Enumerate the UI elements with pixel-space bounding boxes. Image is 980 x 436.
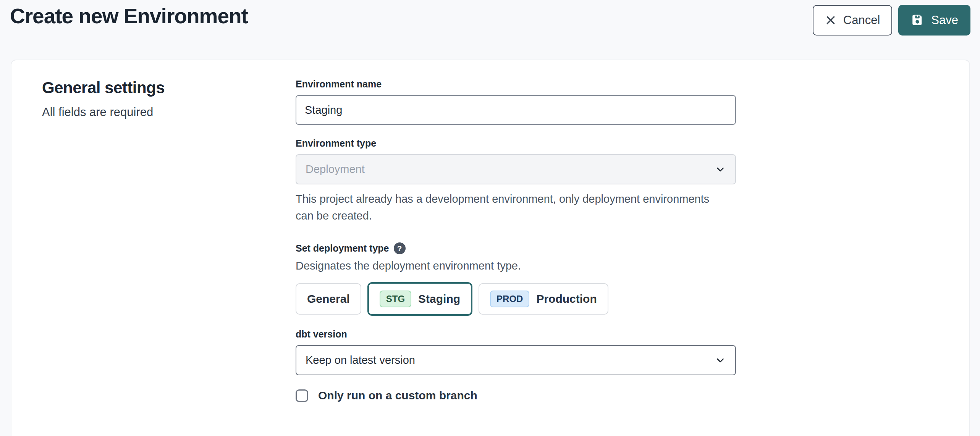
chevron-down-icon — [715, 355, 726, 366]
prod-badge: PROD — [490, 291, 529, 307]
dbt-version-value: Keep on latest version — [306, 354, 415, 367]
settings-form: Environment name Environment type Deploy… — [296, 79, 736, 402]
section-intro: General settings All fields are required — [42, 79, 296, 402]
header-actions: Cancel Save — [813, 5, 970, 36]
page-title: Create new Environment — [10, 4, 248, 28]
stg-badge: STG — [380, 291, 411, 307]
create-environment-page: Create new Environment Cancel Save Gener… — [0, 0, 980, 436]
chevron-down-icon — [715, 164, 726, 175]
help-question-icon[interactable]: ? — [394, 242, 406, 254]
dbt-version-select[interactable]: Keep on latest version — [296, 345, 736, 375]
deployment-option-production-label: Production — [536, 292, 597, 305]
environment-name-label: Environment name — [296, 79, 736, 90]
cancel-button-label: Cancel — [843, 13, 880, 27]
environment-type-group: Environment type Deployment This project… — [296, 138, 736, 224]
deployment-option-staging-label: Staging — [418, 292, 460, 305]
environment-type-value: Deployment — [306, 163, 365, 176]
deployment-type-label: Set deployment type ? — [296, 242, 736, 254]
deployment-type-description: Designates the deployment environment ty… — [296, 260, 736, 272]
custom-branch-row: Only run on a custom branch — [296, 389, 736, 402]
save-floppy-icon — [910, 13, 924, 27]
dbt-version-label: dbt version — [296, 329, 736, 340]
deployment-type-group: Set deployment type ? Designates the dep… — [296, 242, 736, 316]
custom-branch-label[interactable]: Only run on a custom branch — [318, 389, 477, 402]
environment-type-label: Environment type — [296, 138, 736, 149]
custom-branch-checkbox[interactable] — [296, 389, 308, 402]
section-subheading: All fields are required — [42, 105, 296, 119]
deployment-option-general[interactable]: General — [296, 283, 361, 315]
deployment-option-general-label: General — [307, 292, 350, 305]
settings-card: General settings All fields are required… — [11, 60, 970, 436]
deployment-option-staging[interactable]: STG Staging — [367, 282, 472, 316]
environment-name-input[interactable] — [296, 95, 736, 125]
save-button-label: Save — [931, 13, 958, 27]
deployment-option-production[interactable]: PROD Production — [479, 283, 608, 315]
section-heading: General settings — [42, 79, 296, 97]
environment-type-select[interactable]: Deployment — [296, 154, 736, 184]
deployment-type-options: General STG Staging PROD Production — [296, 282, 736, 316]
close-icon — [825, 15, 836, 26]
cancel-button[interactable]: Cancel — [813, 5, 893, 36]
environment-type-helper: This project already has a development e… — [296, 191, 712, 224]
environment-name-group: Environment name — [296, 79, 736, 125]
dbt-version-group: dbt version Keep on latest version — [296, 329, 736, 375]
deployment-type-label-text: Set deployment type — [296, 243, 389, 254]
save-button[interactable]: Save — [898, 5, 970, 36]
